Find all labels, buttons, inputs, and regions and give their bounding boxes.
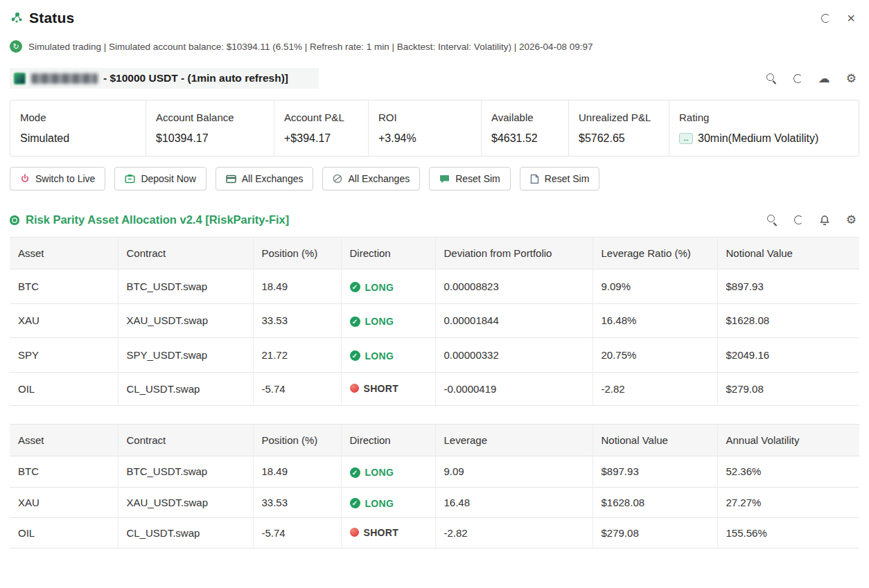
title-wrap: Status [10, 10, 74, 26]
table-row: BTCBTC_USDT.swap18.49✓LONG0.000088239.09… [10, 269, 859, 304]
cloud-sync-icon[interactable]: ☁ [818, 73, 830, 84]
column-header: Deviation from Portfolio [435, 238, 592, 269]
direction-badge: ✓LONG [350, 498, 394, 509]
column-header: Position (%) [253, 425, 341, 456]
window-icons: × [821, 11, 859, 25]
globe-icon [333, 174, 342, 184]
table-cell: ✓LONG [341, 456, 435, 488]
column-header: Annual Volatility [717, 425, 859, 456]
refresh-icon[interactable] [821, 14, 830, 23]
table-cell: ✓LONG [341, 338, 435, 373]
power-icon [20, 174, 30, 184]
button-label: Deposit Now [141, 173, 195, 184]
top-header: Status × [10, 10, 859, 26]
column-header: Contract [118, 238, 253, 269]
gear-icon[interactable]: ⚙ [846, 73, 857, 84]
stat-label: ROI [378, 112, 481, 123]
table-cell: 16.48 [435, 487, 592, 518]
column-header: Notional Value [592, 425, 717, 456]
table-body: BTCBTC_USDT.swap18.49✓LONG9.09$897.9352.… [10, 456, 859, 549]
column-header: Leverage Ratio (%) [592, 238, 717, 269]
search-icon[interactable] [766, 214, 778, 226]
table-row: BTCBTC_USDT.swap18.49✓LONG9.09$897.9352.… [10, 456, 859, 488]
account-summary: - $10000 USDT - (1min auto refresh)] [10, 68, 319, 89]
table-cell: 16.48% [592, 303, 717, 338]
direction-badge: SHORT [350, 527, 399, 538]
table-header: AssetContractPosition (%)DirectionDeviat… [10, 238, 859, 269]
app-logo-icon [10, 11, 24, 25]
table-cell: $279.08 [717, 372, 859, 406]
table-cell: BTC [10, 269, 118, 304]
table-cell: 33.53 [253, 487, 341, 518]
search-icon[interactable] [766, 73, 778, 84]
page-title: Status [29, 10, 74, 26]
stat-label: Mode [20, 112, 146, 123]
column-header: Asset [10, 425, 118, 456]
column-header: Asset [10, 238, 118, 269]
stat-value: $5762.65 [579, 132, 669, 145]
stat-value: +$394.17 [284, 132, 368, 145]
stat-value: $10394.17 [156, 132, 274, 145]
stat-label: Account Balance [156, 112, 274, 123]
table-cell: XAU_USDT.swap [118, 487, 253, 518]
table-cell: $279.08 [592, 518, 717, 549]
table-cell: SPY [10, 338, 118, 373]
strategy-status-icon [10, 215, 19, 225]
reset-sim-button-2[interactable]: Reset Sim [520, 167, 600, 190]
table-cell: 9.09 [435, 456, 592, 488]
stat-value: +3.94% [378, 132, 481, 145]
card-icon [226, 175, 236, 184]
allocation-table: AssetContractPosition (%)DirectionDeviat… [10, 237, 859, 406]
table-cell: 27.27% [717, 487, 859, 518]
close-icon[interactable]: × [847, 11, 855, 25]
stat-value: Simulated [20, 132, 146, 145]
table-cell: ✓LONG [341, 487, 435, 518]
table-row: XAUXAU_USDT.swap33.53✓LONG16.48$1628.082… [10, 487, 859, 518]
chat-icon [439, 174, 450, 184]
table-header: AssetContractPosition (%)DirectionLevera… [10, 425, 859, 456]
table-cell: $897.93 [717, 269, 859, 304]
stat-label: Account P&L [284, 112, 368, 123]
account-bar: - $10000 USDT - (1min auto refresh)] ☁ ⚙ [10, 68, 859, 89]
button-label: All Exchanges [348, 173, 410, 184]
column-header: Contract [118, 425, 253, 456]
stat-rating-text: 30min(Medium Volatility) [698, 132, 818, 145]
table-cell: -5.74 [253, 372, 341, 406]
deposit-now-button[interactable]: Deposit Now [114, 167, 206, 190]
simulated-status-icon: ↻ [10, 40, 22, 53]
table-body: BTCBTC_USDT.swap18.49✓LONG0.000088239.09… [10, 269, 859, 406]
gear-icon[interactable]: ⚙ [846, 214, 857, 226]
table-cell: XAU_USDT.swap [118, 303, 253, 338]
stat-label: Rating [679, 112, 859, 123]
all-exchanges-button[interactable]: All Exchanges [216, 167, 314, 190]
table-cell: SPY_USDT.swap [118, 338, 253, 373]
direction-label: LONG [365, 316, 394, 327]
table-cell: BTC_USDT.swap [118, 456, 253, 488]
reset-sim-button[interactable]: Reset Sim [429, 167, 511, 190]
table-cell: 0.00001844 [435, 303, 592, 338]
table-cell: OIL [10, 518, 118, 549]
stat-unrealized-pnl: Unrealized P&L $5762.65 [569, 100, 669, 156]
bell-icon[interactable] [819, 215, 830, 226]
direction-badge: ✓LONG [350, 316, 394, 327]
direction-label: LONG [365, 350, 394, 362]
refresh-icon[interactable] [794, 215, 803, 224]
table-cell: $897.93 [592, 456, 717, 488]
long-check-icon: ✓ [350, 282, 360, 292]
all-exchanges-button-2[interactable]: All Exchanges [322, 167, 420, 190]
column-header: Notional Value [717, 238, 859, 269]
strategy-title: Risk Parity Asset Allocation v2.4 [RiskP… [26, 213, 289, 226]
account-stats-box: Mode Simulated Account Balance $10394.17… [10, 100, 859, 157]
table-cell: 155.56% [717, 518, 859, 549]
switch-to-live-button[interactable]: Switch to Live [10, 167, 105, 190]
table-cell: 21.72 [253, 338, 341, 373]
refresh-icon[interactable] [793, 74, 802, 83]
volatility-table: AssetContractPosition (%)DirectionLevera… [10, 424, 859, 549]
table-row: XAUXAU_USDT.swap33.53✓LONG0.0000184416.4… [10, 303, 859, 338]
table-cell: CL_USDT.swap [118, 372, 253, 406]
table-cell: BTC_USDT.swap [118, 269, 253, 304]
table-row: SPYSPY_USDT.swap21.72✓LONG0.0000033220.7… [10, 338, 859, 373]
stat-value: ↔ 30min(Medium Volatility) [679, 132, 859, 145]
table-cell: 0.00000332 [435, 338, 592, 373]
long-check-icon: ✓ [350, 498, 360, 508]
